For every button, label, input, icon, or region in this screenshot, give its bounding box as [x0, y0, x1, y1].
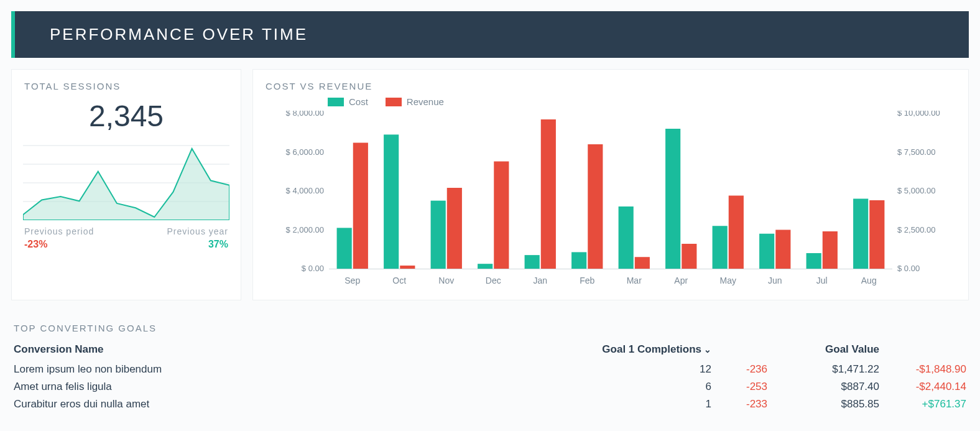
svg-text:Apr: Apr	[674, 276, 688, 285]
col-conversion-name[interactable]: Conversion Name	[11, 338, 589, 361]
prev-year-value: 37%	[167, 239, 228, 250]
cvr-legend: Cost Revenue	[328, 96, 956, 107]
col-completions[interactable]: Goal 1 Completions⌄	[589, 338, 714, 361]
svg-rect-15	[353, 143, 368, 269]
svg-text:$ 7,500.00: $ 7,500.00	[897, 147, 935, 157]
svg-rect-32	[619, 206, 634, 269]
goals-card: TOP CONVERTING GOALS Conversion Name Goa…	[11, 312, 969, 413]
goal-value-delta: -$2,440.14	[882, 378, 969, 396]
goal-value: $885.85	[770, 396, 882, 413]
svg-rect-45	[823, 231, 838, 269]
svg-rect-21	[447, 188, 462, 269]
goal-completions-delta: -253	[714, 378, 770, 396]
svg-rect-27	[541, 119, 556, 269]
svg-text:Jan: Jan	[533, 276, 547, 285]
svg-text:$ 4,000.00: $ 4,000.00	[286, 186, 324, 195]
goals-title: TOP CONVERTING GOALS	[11, 312, 969, 338]
goal-value-delta: +$761.37	[882, 396, 969, 413]
svg-text:$ 10,000.00: $ 10,000.00	[897, 111, 940, 118]
svg-text:Nov: Nov	[438, 276, 454, 285]
svg-rect-36	[682, 244, 696, 269]
page-title: PERFORMANCE OVER TIME	[11, 11, 969, 58]
legend-revenue-swatch	[386, 98, 402, 106]
svg-text:Aug: Aug	[861, 276, 877, 285]
svg-text:$ 0.00: $ 0.00	[897, 264, 920, 273]
svg-text:Mar: Mar	[627, 276, 642, 285]
legend-cost-swatch	[328, 98, 344, 106]
svg-rect-14	[337, 228, 352, 269]
svg-text:Sep: Sep	[344, 276, 360, 285]
cvr-title: COST VS REVENUE	[253, 70, 968, 96]
sessions-title: TOTAL SESSIONS	[12, 70, 241, 96]
goal-value: $887.40	[770, 378, 882, 396]
svg-rect-41	[759, 234, 774, 269]
goal-completions: 6	[589, 378, 714, 396]
svg-rect-29	[571, 252, 586, 269]
sessions-sparkline	[23, 139, 229, 220]
prev-period-value: -23%	[24, 239, 94, 250]
svg-text:$ 0.00: $ 0.00	[302, 264, 324, 273]
svg-rect-47	[853, 199, 868, 269]
svg-text:$ 2,000.00: $ 2,000.00	[286, 225, 324, 234]
svg-rect-38	[713, 226, 728, 269]
goal-name: Amet urna felis ligula	[11, 378, 589, 396]
svg-text:Jul: Jul	[816, 276, 828, 285]
svg-text:Feb: Feb	[580, 276, 594, 285]
legend-revenue: Revenue	[386, 96, 444, 107]
chevron-down-icon: ⌄	[704, 345, 711, 355]
svg-text:Jun: Jun	[768, 276, 782, 285]
svg-rect-17	[384, 134, 399, 269]
prev-year-block: Previous year 37%	[167, 226, 228, 250]
goal-completions-delta: -236	[714, 361, 770, 378]
goal-completions: 12	[589, 361, 714, 378]
goal-completions-delta: -233	[714, 396, 770, 413]
goal-value-delta: -$1,848.90	[882, 361, 969, 378]
svg-text:$ 8,000.00: $ 8,000.00	[286, 111, 324, 118]
svg-text:Oct: Oct	[392, 276, 406, 285]
total-sessions-card: TOTAL SESSIONS 2,345 Previous period -23…	[11, 69, 241, 300]
goal-name: Lorem ipsum leo non bibendum	[11, 361, 589, 378]
cost-vs-revenue-card: COST VS REVENUE Cost Revenue $ 0.00$ 2,0…	[252, 69, 969, 300]
goal-value: $1,471.22	[770, 361, 882, 378]
svg-text:Dec: Dec	[486, 276, 501, 285]
legend-cost-label: Cost	[349, 96, 368, 107]
table-row: Curabitur eros dui nulla amet1-233$885.8…	[11, 396, 969, 413]
svg-text:$ 2,500.00: $ 2,500.00	[897, 225, 935, 234]
svg-rect-23	[478, 264, 492, 269]
svg-rect-44	[807, 253, 821, 269]
svg-text:May: May	[720, 276, 736, 285]
svg-rect-42	[775, 230, 790, 269]
cvr-chart: $ 0.00$ 2,000.00$ 4,000.00$ 6,000.00$ 8,…	[266, 111, 956, 291]
legend-cost: Cost	[328, 96, 368, 107]
goals-table: Conversion Name Goal 1 Completions⌄ Goal…	[11, 338, 969, 413]
svg-rect-33	[635, 257, 650, 269]
prev-period-label: Previous period	[24, 226, 94, 236]
sessions-value: 2,345	[12, 99, 241, 133]
svg-rect-20	[431, 201, 446, 269]
legend-revenue-label: Revenue	[407, 96, 444, 107]
goal-completions: 1	[589, 396, 714, 413]
svg-rect-39	[729, 196, 744, 269]
svg-text:$ 6,000.00: $ 6,000.00	[286, 147, 324, 157]
prev-year-label: Previous year	[167, 226, 228, 236]
svg-rect-48	[869, 200, 884, 269]
svg-rect-24	[494, 162, 509, 269]
svg-rect-26	[525, 255, 540, 269]
table-row: Lorem ipsum leo non bibendum12-236$1,471…	[11, 361, 969, 378]
svg-rect-18	[400, 266, 415, 269]
prev-period-block: Previous period -23%	[24, 226, 94, 250]
svg-rect-35	[665, 129, 680, 269]
goal-name: Curabitur eros dui nulla amet	[11, 396, 589, 413]
col-completions-label: Goal 1 Completions	[602, 343, 701, 355]
svg-rect-30	[588, 144, 603, 269]
col-goal-value[interactable]: Goal Value	[770, 338, 882, 361]
table-row: Amet urna felis ligula6-253$887.40-$2,44…	[11, 378, 969, 396]
svg-text:$ 5,000.00: $ 5,000.00	[897, 186, 935, 195]
